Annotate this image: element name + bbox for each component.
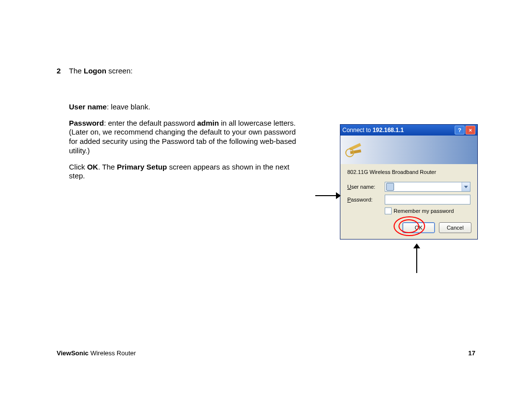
help-button[interactable]: ? xyxy=(455,126,465,135)
step-title-line: The Logon screen: xyxy=(69,67,300,76)
text: emember my password xyxy=(398,208,454,214)
annotation-arrow-left xyxy=(315,191,340,201)
titlebar-text: Connect to 192.168.1.1 xyxy=(342,127,454,134)
ok-button[interactable]: OK xyxy=(402,222,435,233)
footer-product: Wireless Router xyxy=(89,349,136,357)
text: : enter the default password xyxy=(104,119,197,127)
username-label-bold: User name xyxy=(69,103,107,111)
r-underline: R xyxy=(394,208,398,214)
page-number: 17 xyxy=(468,349,475,357)
close-button[interactable]: × xyxy=(466,126,475,135)
password-label-bold: Password xyxy=(69,119,104,127)
u-underline: U xyxy=(347,184,351,190)
cancel-button[interactable]: Cancel xyxy=(439,222,471,233)
text: ser name: xyxy=(351,184,375,190)
text: screen: xyxy=(106,67,133,75)
page-footer: ViewSonic Wireless Router 17 xyxy=(57,349,475,357)
text: : leave blank. xyxy=(107,103,150,111)
annotation-arrow-up xyxy=(412,244,422,273)
password-instruction: Password: enter the default password adm… xyxy=(69,119,300,156)
text: . The xyxy=(98,163,117,171)
username-instruction: User name: leave blank. xyxy=(69,103,300,112)
dialog-buttons: OK Cancel xyxy=(340,217,477,239)
step-number: 2 xyxy=(57,67,61,75)
user-icon xyxy=(386,183,394,191)
remember-checkbox[interactable] xyxy=(385,207,392,214)
logon-bold: Logon xyxy=(84,67,106,75)
title-prefix: Connect to xyxy=(342,127,372,134)
text: The xyxy=(69,67,84,75)
dropdown-button[interactable] xyxy=(462,182,470,191)
dialog-banner xyxy=(340,136,477,164)
title-ip: 192.168.1.1 xyxy=(372,127,403,134)
ok-bold: OK xyxy=(87,163,99,171)
password-input[interactable] xyxy=(385,195,470,205)
username-row: User name: xyxy=(347,182,470,192)
titlebar: Connect to 192.168.1.1 ? × xyxy=(340,125,477,136)
logon-dialog-screenshot: Connect to 192.168.1.1 ? × 802.11G Wirel… xyxy=(340,124,478,240)
keys-icon xyxy=(345,141,362,158)
body-text: The Logon screen: User name: leave blank… xyxy=(69,67,300,188)
dialog-window: Connect to 192.168.1.1 ? × 802.11G Wirel… xyxy=(340,124,478,240)
password-row: Password: xyxy=(347,195,470,205)
username-label: User name: xyxy=(347,184,385,190)
remember-label: Remember my password xyxy=(394,208,454,214)
chevron-down-icon xyxy=(464,186,468,188)
click-ok-instruction: Click OK. The Primary Setup screen appea… xyxy=(69,163,300,181)
realm-text: 802.11G Wireless Broadband Router xyxy=(347,169,470,175)
text: Click xyxy=(69,163,87,171)
footer-brand: ViewSonic xyxy=(57,349,89,357)
remember-row: Remember my password xyxy=(385,207,470,214)
username-combo[interactable] xyxy=(385,182,470,192)
admin-bold: admin xyxy=(197,119,219,127)
primary-setup-bold: Primary Setup xyxy=(117,163,167,171)
dialog-form: 802.11G Wireless Broadband Router User n… xyxy=(340,164,477,217)
text: assword: xyxy=(351,197,372,203)
password-label: Password: xyxy=(347,197,385,203)
